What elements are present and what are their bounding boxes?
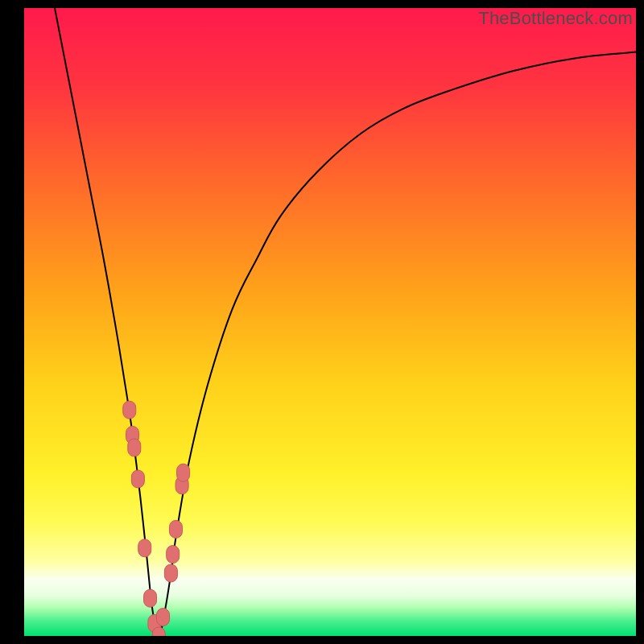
marker-point (131, 470, 144, 488)
marker-point (152, 627, 165, 636)
marker-point (167, 546, 180, 564)
marker-point (138, 539, 151, 557)
marker-point (169, 520, 182, 538)
marker-point (128, 439, 141, 456)
marker-point (164, 564, 177, 582)
plot-area: TheBottleneck.com (24, 8, 636, 636)
chart-svg (24, 8, 636, 636)
marker-point (177, 464, 190, 481)
marker-point (157, 609, 170, 626)
chart-frame: TheBottleneck.com (0, 0, 644, 644)
marker-point (123, 401, 136, 419)
gradient-background (24, 8, 636, 636)
marker-point (144, 589, 157, 607)
